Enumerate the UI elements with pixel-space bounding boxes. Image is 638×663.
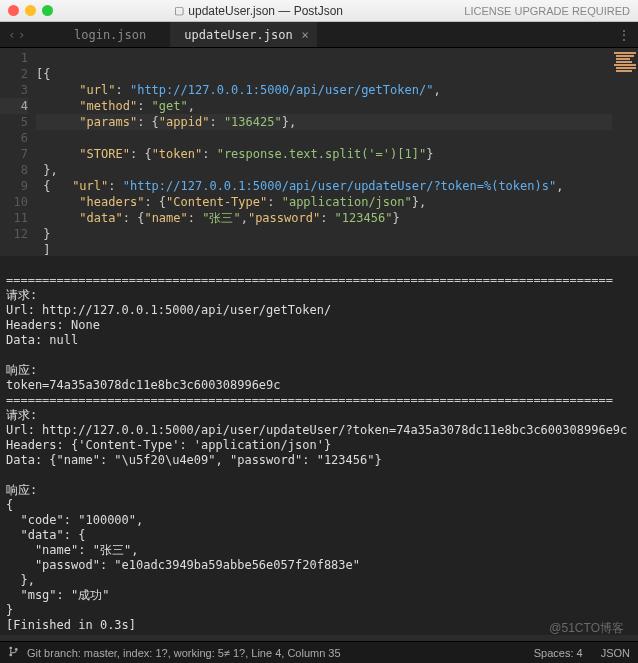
request-url: Url: http://127.0.0.1:5000/api/user/getT… — [6, 303, 331, 317]
tab-bar: ‹ › login.json updateUser.json × ⋮ — [0, 22, 638, 48]
tab-updateuser-json[interactable]: updateUser.json × — [170, 22, 316, 47]
minimap[interactable] — [612, 48, 638, 256]
svg-point-8 — [9, 654, 12, 657]
request-headers: Headers: {'Content-Type': 'application/j… — [6, 438, 331, 452]
response-label: 响应: — [6, 483, 37, 497]
close-icon[interactable]: × — [301, 28, 308, 42]
separator: ========================================… — [6, 393, 613, 407]
request-data: Data: {"name": "\u5f20\u4e09", "password… — [6, 453, 382, 467]
status-syntax[interactable]: JSON — [601, 647, 630, 659]
separator: ========================================… — [6, 273, 613, 287]
svg-point-9 — [15, 648, 18, 651]
svg-point-7 — [9, 647, 12, 650]
svg-rect-0 — [614, 52, 636, 54]
close-icon[interactable] — [8, 5, 19, 16]
code-editor[interactable]: 1 2 3 4 5 6 7 8 9 10 11 12 [{ "url": "ht… — [0, 48, 638, 256]
build-output[interactable]: ========================================… — [0, 256, 638, 635]
nav-forward-icon[interactable]: › — [18, 27, 26, 42]
svg-rect-2 — [616, 58, 630, 60]
tab-nav: ‹ › — [0, 22, 60, 47]
document-icon: ▢ — [174, 4, 184, 17]
tab-overflow-icon[interactable]: ⋮ — [610, 22, 638, 47]
request-label: 请求: — [6, 288, 37, 302]
line-gutter: 1 2 3 4 5 6 7 8 9 10 11 12 — [0, 48, 36, 256]
status-spaces[interactable]: Spaces: 4 — [534, 647, 583, 659]
zoom-icon[interactable] — [42, 5, 53, 16]
minimap-thumb — [614, 50, 636, 100]
request-url: Url: http://127.0.0.1:5000/api/user/upda… — [6, 423, 627, 437]
tab-label: login.json — [74, 28, 146, 42]
minimize-icon[interactable] — [25, 5, 36, 16]
response-label: 响应: — [6, 363, 37, 377]
svg-rect-1 — [616, 55, 634, 57]
code-content[interactable]: [{ "url": "http://127.0.0.1:5000/api/use… — [36, 48, 612, 256]
svg-rect-4 — [614, 64, 636, 66]
request-headers: Headers: None — [6, 318, 100, 332]
titlebar: ▢ updateUser.json — PostJson LICENSE UPG… — [0, 0, 638, 22]
traffic-lights — [0, 5, 53, 16]
svg-rect-3 — [616, 61, 632, 63]
finished-line: [Finished in 0.3s] — [6, 618, 136, 632]
response-body: { "code": "100000", "data": { "name": "张… — [6, 498, 360, 617]
watermark: @51CTO博客 — [549, 620, 624, 637]
git-branch-icon — [8, 646, 19, 659]
svg-rect-6 — [616, 70, 632, 72]
status-bar: Git branch: master, index: 1?, working: … — [0, 641, 638, 663]
svg-rect-5 — [616, 67, 636, 69]
request-data: Data: null — [6, 333, 78, 347]
response-body: token=74a35a3078dc11e8bc3c600308996e9c — [6, 378, 281, 392]
tab-login-json[interactable]: login.json — [60, 22, 170, 47]
window-title: ▢ updateUser.json — PostJson — [53, 4, 464, 18]
status-left: Git branch: master, index: 1?, working: … — [27, 647, 341, 659]
request-label: 请求: — [6, 408, 37, 422]
tab-label: updateUser.json — [184, 28, 292, 42]
nav-back-icon[interactable]: ‹ — [8, 27, 16, 42]
license-warning: LICENSE UPGRADE REQUIRED — [464, 5, 638, 17]
